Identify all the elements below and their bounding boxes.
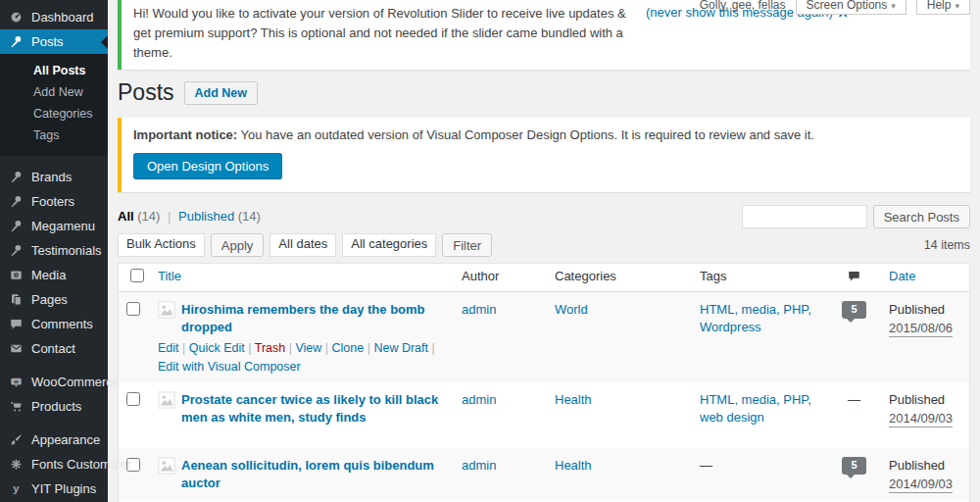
category-link[interactable]: World [555,302,588,317]
comment-dash: — [848,391,860,409]
filter-button[interactable]: Filter [442,233,492,257]
help-button[interactable]: Help▾ [916,0,970,15]
sidebar-item-label: YIT Plugins [31,481,96,496]
comment-count-bubble[interactable]: 5 [842,301,866,319]
post-status: Published [889,302,945,317]
search-input[interactable] [742,205,867,228]
tags-links[interactable]: HTML, media, PHP, web design [700,392,811,425]
dates-filter-select[interactable]: All dates [270,233,336,257]
tags-dash: — [700,458,712,473]
tags-links[interactable]: HTML, media, PHP, Wordpress [700,302,811,334]
add-new-button[interactable]: Add New [184,81,258,105]
column-header-date[interactable]: Date [881,264,969,291]
action-trash[interactable]: Trash [248,341,285,355]
sidebar-item-appearance[interactable]: Appearance [0,427,108,452]
sidebar-item-comments[interactable]: Comments [0,312,108,336]
sidebar-item-label: Contact [31,341,75,356]
visual-composer-notice: Important notice: You have an outdated v… [118,118,970,192]
comments-cell: 5 [827,292,881,325]
date-cell: Published2014/09/03 [881,448,969,499]
author-link[interactable]: admin [462,392,496,407]
post-title-link[interactable]: Hiroshima remembers the day the bomb dro… [181,301,446,336]
sidebar-item-pages[interactable]: Pages [0,287,108,312]
sidebar-item-brands[interactable]: Brands [0,165,108,189]
sidebar-item-label: Megamenu [31,219,95,233]
submenu-item-tags[interactable]: Tags [0,125,108,146]
notice-bold-label: Important notice: [133,127,237,142]
column-header-title[interactable]: Title [150,264,454,291]
sidebar-item-contact[interactable]: Contact [0,336,108,361]
sidebar-item-testimonials[interactable]: Testimonials [0,238,108,263]
sidebar-item-label: Appearance [31,432,100,447]
submenu-item-add-new[interactable]: Add New [0,81,108,103]
svg-text:y: y [13,482,20,494]
view-published-link[interactable]: Published [178,209,234,224]
content-area: Golly, gee, fellas Screen Options▾ Help▾… [108,0,980,502]
search-posts-button[interactable]: Search Posts [873,205,970,228]
category-link[interactable]: Health [555,392,592,407]
apply-button[interactable]: Apply [211,233,265,257]
sidebar-item-megamenu[interactable]: Megamenu [0,214,108,238]
sidebar-item-label: Media [31,268,66,282]
sidebar-item-dashboard[interactable]: Dashboard [0,5,108,29]
sidebar-item-fonts-customizer[interactable]: Fonts Customizer [0,452,108,477]
post-thumbnail-icon [158,457,175,475]
page-title: Posts [118,79,174,107]
pin-icon [9,243,24,258]
author-link[interactable]: admin [462,458,496,473]
action-clone[interactable]: Clone [325,341,364,355]
row-actions: Edit Quick Edit Trash View Clone New Dra… [158,339,446,376]
tags-cell: HTML, media, PHP, web design [692,382,827,432]
sidebar-item-products[interactable]: Products [0,394,108,419]
chevron-down-icon: ▾ [891,1,896,11]
sidebar-item-yit-plugins[interactable]: y YIT Plugins [0,477,108,501]
table-row: Aenean sollicitudin, lorem quis bibendum… [119,448,969,501]
bulk-actions-select[interactable]: Bulk Actions [118,233,205,257]
items-count: 14 items [924,238,970,252]
sidebar-item-woocommerce[interactable]: w WooCommerce [0,370,108,394]
post-title-link[interactable]: Aenean sollicitudin, lorem quis bibendum… [181,457,446,492]
media-icon [9,268,24,282]
sidebar-item-posts[interactable]: Posts [0,29,108,54]
author-link[interactable]: admin [462,302,496,317]
post-title-link[interactable]: Prostate cancer twice as likely to kill … [181,391,446,427]
action-quick-edit[interactable]: Quick Edit [182,341,245,355]
comments-icon [9,317,24,331]
submenu-item-all-posts[interactable]: All Posts [0,60,108,81]
search-box: Search Posts [742,205,970,228]
sidebar-item-label: Brands [31,170,72,184]
sidebar-item-footers[interactable]: Footers [0,189,108,214]
action-new-draft[interactable]: New Draft [368,341,428,355]
view-published-count: (14) [238,209,261,224]
bulk-actions-row: Bulk Actions Apply All dates All categor… [118,233,970,257]
sidebar-item-media[interactable]: Media [0,263,108,287]
list-controls: Bulk Actions Apply All dates All categor… [118,233,492,257]
notice-body: You have an outdated version of Visual C… [237,127,814,142]
gear-icon [9,457,24,472]
categories-filter-select[interactable]: All categories [342,233,436,257]
comment-count-bubble[interactable]: 5 [842,457,866,475]
submenu-item-categories[interactable]: Categories [0,103,108,125]
action-edit[interactable]: Edit [158,341,179,355]
page-header: Posts Add New [118,79,970,107]
post-status: Published [889,458,945,473]
dashboard-icon [9,10,24,25]
notice-message: Hi! Would you like to activate your vers… [133,4,638,63]
brush-icon [9,432,24,447]
pin-icon [9,194,24,209]
action-view[interactable]: View [289,341,322,355]
select-all-checkbox[interactable] [130,269,144,282]
screen-meta: Golly, gee, fellas Screen Options▾ Help▾ [700,0,970,15]
row-checkbox[interactable] [126,302,140,316]
view-all-link[interactable]: All [118,209,134,224]
category-link[interactable]: Health [555,458,592,473]
sidebar-item-label: Footers [31,194,74,209]
category-cell: World [547,292,692,325]
table-row: Hiroshima remembers the day the bomb dro… [119,292,969,382]
open-design-options-button[interactable]: Open Design Options [133,153,282,179]
row-checkbox[interactable] [126,392,140,406]
title-cell: Aenean sollicitudin, lorem quis bibendum… [150,448,454,498]
screen-options-button[interactable]: Screen Options▾ [796,0,906,15]
woocommerce-icon: w [9,375,24,389]
screen-options-label: Screen Options [807,0,888,12]
